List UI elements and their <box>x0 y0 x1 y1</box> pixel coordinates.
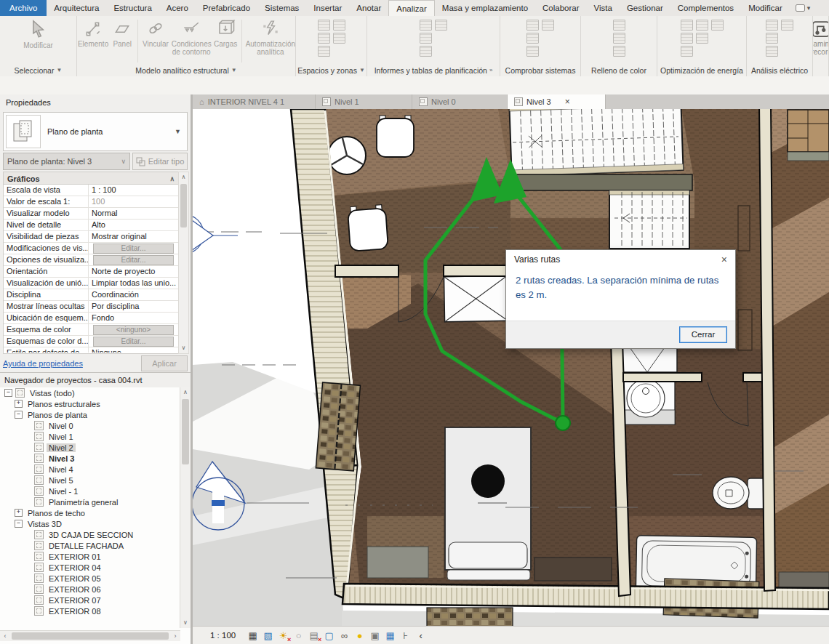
espacios-y-zonas-icon-2-2[interactable] <box>333 33 345 44</box>
property-value-esquema-de-color[interactable]: <ninguno> <box>89 324 178 335</box>
property-value-nivel-de-detalle[interactable]: Alto <box>89 220 178 230</box>
property-value-visualizar-modelo[interactable]: Normal <box>89 208 178 219</box>
temporary-hide-icon[interactable]: ∞ <box>337 629 351 642</box>
link-button[interactable]: Vincular <box>142 18 169 49</box>
informes-y-tablas-de-planificaci-n-icon-1-2[interactable] <box>435 20 447 31</box>
menu-analizar[interactable]: Analizar <box>388 0 435 16</box>
comprobar-sistemas-icon-3-1[interactable] <box>526 46 539 57</box>
panel-label-informes[interactable]: Informes y tablas de planificación» <box>367 64 500 76</box>
optimizaci-n-de-energ-a-icon-1-1[interactable] <box>681 20 693 31</box>
menu-colaborar[interactable]: Colaborar <box>535 0 587 16</box>
property-value-ubicaci-n-de-esquem[interactable]: Fondo <box>89 313 178 323</box>
property-value-visibilidad-de-piezas[interactable]: Mostrar original <box>89 231 178 242</box>
optimizaci-n-de-energ-a-icon-3-1[interactable] <box>681 46 693 57</box>
panel-button[interactable]: Panel <box>111 18 134 49</box>
view-tab-nivel-3[interactable]: Nivel 3× <box>508 94 606 109</box>
sidebar-item-nivel-3[interactable]: Nivel 3 <box>0 453 180 464</box>
path-of-travel-button[interactable]: Camino recorr <box>813 18 829 56</box>
panel-label-relleno[interactable]: Relleno de color <box>581 64 657 76</box>
menu-vista[interactable]: Vista <box>587 0 620 16</box>
view-tab-interior-nivel-4-1[interactable]: ⌂INTERIOR NIVEL 4 1 <box>193 94 316 109</box>
an-lisis-el-ctrico-icon-1-2[interactable] <box>781 20 793 31</box>
menu-arquitectura[interactable]: Arquitectura <box>47 0 106 16</box>
sidebar-item-nivel-5[interactable]: Nivel 5 <box>0 475 180 486</box>
expander-plus-icon[interactable]: + <box>15 400 23 408</box>
ribbon-display-toggle[interactable]: ▾ <box>790 0 817 16</box>
expander-minus-icon[interactable]: − <box>15 520 23 528</box>
comprobar-sistemas-icon-1-2[interactable] <box>542 20 554 31</box>
sidebar-item-exterior-06[interactable]: EXTERIOR 06 <box>0 584 180 595</box>
optimizaci-n-de-energ-a-icon-1-3[interactable] <box>711 20 724 31</box>
apply-button[interactable]: Aplicar <box>141 355 188 371</box>
menu-estructura[interactable]: Estructura <box>106 0 159 16</box>
collapse-section-icon[interactable]: ∧ <box>169 175 175 182</box>
property-value-valor-de-escala-1[interactable]: 100 <box>89 196 178 207</box>
cerrar-button[interactable]: Cerrar <box>679 326 727 343</box>
menu-masa-y-emplazamiento[interactable]: Masa y emplazamiento <box>435 0 535 16</box>
shadows-icon[interactable]: ○ <box>292 629 305 642</box>
dialog-close-icon[interactable]: × <box>721 254 727 265</box>
property-button-modificaciones-de-vis[interactable]: Editar... <box>93 243 174 254</box>
property-value-esquemas-de-color-d[interactable]: Editar... <box>89 336 178 347</box>
collapse-icon[interactable]: ‹ <box>414 629 428 642</box>
panel-label-espacios[interactable]: Espacios y zonas▼ <box>296 64 367 76</box>
properties-help-link[interactable]: Ayuda de propiedades <box>3 359 83 368</box>
informes-y-tablas-de-planificaci-n-icon-2-1[interactable] <box>420 33 432 44</box>
browser-vertical-scrollbar[interactable]: ∧ ∨ <box>180 387 191 628</box>
expander-minus-icon[interactable]: − <box>15 411 23 419</box>
sidebar-item-planos-estructurales[interactable]: +Planos estructurales <box>0 398 180 409</box>
sidebar-item-detalle-fachada[interactable]: DETALLE FACHADA <box>0 540 180 551</box>
espacios-y-zonas-icon-2-1[interactable] <box>318 33 330 44</box>
panel-label-modelo-analitico[interactable]: Modelo analítico estructural▼ <box>77 64 295 76</box>
expander-plus-icon[interactable]: + <box>15 509 23 517</box>
sidebar-item-3d-caja-de-seccion[interactable]: 3D CAJA DE SECCION <box>0 529 180 540</box>
expander-minus-icon[interactable]: − <box>4 389 12 397</box>
sidebar-item-planos-de-techo[interactable]: +Planos de techo <box>0 507 180 518</box>
property-value-escala-de-vista[interactable]: 1 : 100 <box>89 185 178 196</box>
element-button[interactable]: Elemento <box>77 18 109 49</box>
espacios-y-zonas-icon-1-2[interactable] <box>333 20 345 31</box>
staircase-upper[interactable] <box>509 109 683 176</box>
property-value-orientaci-n[interactable]: Norte de proyecto <box>89 266 178 277</box>
worksharing-display-icon[interactable]: ▦ <box>383 629 397 642</box>
visual-style-icon[interactable]: ▧ <box>261 629 275 642</box>
espacios-y-zonas-icon-3-1[interactable] <box>318 46 330 57</box>
menu-anotar[interactable]: Anotar <box>349 0 388 16</box>
comprobar-sistemas-icon-2-1[interactable] <box>526 33 539 44</box>
close-tab-icon[interactable]: × <box>565 97 570 107</box>
relleno-de-color-icon-1-1[interactable] <box>613 20 625 31</box>
door-mat[interactable] <box>534 558 612 581</box>
chair[interactable] <box>377 116 414 157</box>
view-tab-nivel-1[interactable]: Nivel 1 <box>316 94 412 109</box>
view-scale-button[interactable]: 1 : 100 <box>210 631 236 640</box>
optimizaci-n-de-energ-a-icon-2-1[interactable] <box>681 33 693 44</box>
sidebar-item-planos-de-planta[interactable]: −Planos de planta <box>0 409 180 420</box>
informes-y-tablas-de-planificaci-n-icon-1-1[interactable] <box>420 20 432 31</box>
reveal-hidden-icon[interactable]: ● <box>353 629 367 642</box>
sidebar-item-vistas-3d[interactable]: −Vistas 3D <box>0 518 180 529</box>
panel-label-energia[interactable]: Optimización de energía <box>657 64 746 76</box>
menu-prefabricado[interactable]: Prefabricado <box>196 0 257 16</box>
boundary-conditions-button[interactable]: Condiciones de contorno <box>171 18 212 56</box>
property-value-disciplina[interactable]: Coordinación <box>89 289 178 300</box>
edit-type-button[interactable]: Editar tipo <box>132 153 188 170</box>
property-value-mostrar-l-neas-ocultas[interactable]: Por disciplina <box>89 301 178 312</box>
an-lisis-el-ctrico-icon-2-1[interactable] <box>766 33 778 44</box>
type-selector[interactable]: Plano de planta ▼ <box>3 112 188 151</box>
menu-archivo[interactable]: Archivo <box>0 0 47 16</box>
property-button-opciones-de-visualiza[interactable]: Editar... <box>93 255 174 265</box>
relleno-de-color-icon-2-1[interactable] <box>613 33 625 44</box>
browser-horizontal-scrollbar[interactable]: ‹› <box>0 630 180 641</box>
espacios-y-zonas-icon-1-1[interactable] <box>318 20 330 31</box>
toilet[interactable] <box>713 477 766 509</box>
view-tab-nivel-0[interactable]: Nivel 0 <box>412 94 508 109</box>
sidebar-item-planimetr-a-general[interactable]: Planimetría general <box>0 496 180 507</box>
property-button-esquemas-de-color-d[interactable]: Editar... <box>93 337 174 347</box>
property-value-opciones-de-visualiza[interactable]: Editar... <box>89 254 178 265</box>
panel-label-comprobar[interactable]: Comprobar sistemas <box>500 64 580 76</box>
panel-label-electrico[interactable]: Análisis eléctrico <box>747 64 812 76</box>
instance-combo[interactable]: Plano de planta: Nivel 3∨ <box>3 153 130 170</box>
chair[interactable] <box>348 204 388 251</box>
sun-path-icon[interactable]: ☀× <box>276 629 290 642</box>
optimizaci-n-de-energ-a-icon-1-2[interactable] <box>696 20 708 31</box>
